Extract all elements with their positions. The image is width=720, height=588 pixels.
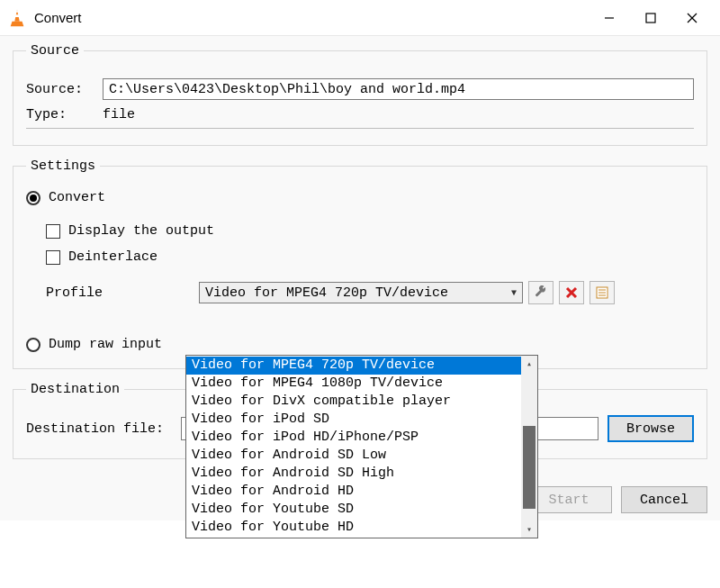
svg-rect-0 [16, 10, 19, 12]
delete-profile-button[interactable] [559, 281, 584, 304]
window-title: Convert [34, 10, 589, 25]
new-profile-icon [595, 285, 609, 300]
cancel-button[interactable]: Cancel [621, 486, 707, 513]
settings-legend: Settings [26, 158, 100, 174]
deinterlace-row[interactable]: Deinterlace [46, 249, 694, 265]
delete-icon [564, 285, 579, 300]
start-button[interactable]: Start [526, 486, 612, 513]
source-group: Source Source: Type: file [13, 43, 707, 146]
profile-option[interactable]: Video for iPod SD [186, 411, 521, 429]
profile-option[interactable]: Video for Youtube SD [186, 501, 521, 519]
profile-option[interactable]: Video for DivX compatible player [186, 393, 521, 411]
close-button[interactable] [671, 3, 713, 33]
convert-radio-row[interactable]: Convert [26, 190, 694, 205]
titlebar: Convert [0, 0, 720, 36]
destination-legend: Destination [26, 382, 124, 397]
profile-combobox[interactable]: Video for MPEG4 720p TV/device ▼ [199, 282, 523, 303]
profile-selected-text: Video for MPEG4 720p TV/device [205, 285, 511, 301]
profile-option[interactable]: Video for iPod HD/iPhone/PSP [186, 429, 521, 447]
scroll-up-arrow[interactable]: ▴ [521, 356, 537, 372]
scroll-thumb[interactable] [523, 426, 536, 509]
source-label: Source: [26, 82, 103, 97]
wrench-icon [534, 285, 548, 300]
edit-profile-button[interactable] [528, 281, 554, 304]
profile-option[interactable]: Video for MPEG4 720p TV/device [186, 357, 521, 375]
deinterlace-checkbox[interactable] [46, 250, 60, 265]
dump-raw-radio-row[interactable]: Dump raw input [26, 337, 694, 352]
scroll-track[interactable] [521, 372, 537, 521]
maximize-button[interactable] [630, 3, 671, 33]
svg-line-3 [688, 14, 697, 23]
source-input[interactable] [103, 78, 694, 100]
vlc-icon [7, 8, 27, 28]
profile-dropdown-list: Video for MPEG4 720p TV/deviceVideo for … [185, 355, 538, 538]
profile-option[interactable]: Video for Android HD [186, 483, 521, 501]
dump-raw-radio[interactable] [26, 338, 40, 352]
scroll-down-arrow[interactable]: ▾ [521, 521, 537, 538]
scrollbar[interactable]: ▴ ▾ [521, 356, 537, 538]
minimize-button[interactable] [589, 3, 630, 33]
svg-line-4 [688, 14, 697, 23]
display-output-row[interactable]: Display the output [46, 223, 694, 239]
profile-option[interactable]: Video for MPEG4 1080p TV/device [186, 375, 521, 393]
convert-label: Convert [49, 190, 105, 205]
type-label: Type: [26, 107, 103, 122]
svg-rect-2 [646, 14, 655, 23]
deinterlace-label: Deinterlace [68, 249, 158, 265]
new-profile-button[interactable] [590, 281, 615, 304]
profile-option[interactable]: Video for Android SD Low [186, 447, 521, 465]
profile-option[interactable]: Video for Android SD High [186, 465, 521, 483]
settings-group: Settings Convert Display the output Dein… [13, 158, 707, 369]
destination-file-label: Destination file: [26, 421, 181, 437]
profile-option[interactable]: Video for Youtube HD [186, 519, 521, 537]
display-output-checkbox[interactable] [46, 224, 60, 239]
type-value: file [103, 107, 135, 122]
convert-radio[interactable] [26, 191, 40, 205]
browse-button[interactable]: Browse [608, 415, 694, 442]
chevron-down-icon: ▼ [511, 288, 517, 298]
source-legend: Source [26, 43, 84, 59]
display-output-label: Display the output [68, 223, 214, 239]
profile-label: Profile [46, 285, 199, 301]
dump-raw-label: Dump raw input [49, 337, 162, 352]
